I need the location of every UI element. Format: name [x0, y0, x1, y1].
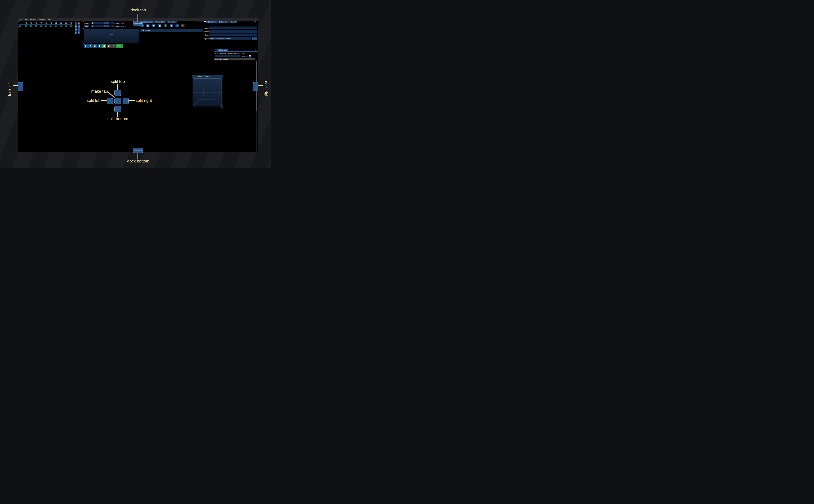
orders-column-F3: F3: [34, 22, 38, 24]
orders-column-F1: F1: [23, 22, 28, 24]
order-to-bottom-button[interactable]: [78, 28, 80, 31]
label-split-right: split right: [136, 98, 156, 103]
tab-samples[interactable]: Samples: [167, 21, 177, 23]
dock-target-bottom[interactable]: [133, 148, 143, 153]
effect-search-input[interactable]: [215, 55, 240, 57]
delete-instrument-button[interactable]: [181, 24, 184, 27]
close-effect-list-panel-button[interactable]: ×: [255, 49, 256, 51]
oscilloscope-xy-window[interactable]: Oscilloscope (X-Y) ×: [192, 75, 223, 108]
column-name: Name: [214, 58, 220, 60]
repeat-pattern-button[interactable]: [111, 44, 116, 48]
field-input-system[interactable]: Sega Genesis/Mega Drive: [209, 37, 251, 40]
play-button[interactable]: [84, 44, 88, 48]
collapse-icon[interactable]: [215, 50, 217, 51]
effect-list-menu-button[interactable]: [249, 55, 251, 57]
chevron-up-icon: [78, 25, 80, 27]
tab-effect-list[interactable]: Effect List: [217, 49, 228, 51]
split-target-left[interactable]: [107, 98, 113, 104]
follow-pattern-checkbox[interactable]: ✓: [111, 25, 114, 27]
play-pattern-button[interactable]: [88, 44, 92, 48]
add-order-button[interactable]: +: [75, 22, 77, 25]
field-label-name: Name: [204, 27, 209, 29]
search-label: Search: [241, 55, 247, 57]
order-edit-mode-button[interactable]: [78, 31, 80, 34]
field-label-system: System: [204, 38, 210, 40]
field-input-author[interactable]: [209, 30, 257, 33]
menu-item-help[interactable]: help: [48, 18, 51, 20]
orders-column-F5: F5: [43, 22, 48, 24]
make-tab-target[interactable]: [114, 98, 121, 104]
octave-increment-button[interactable]: +: [107, 22, 109, 24]
remove-order-button[interactable]: −: [78, 22, 80, 25]
field-input-album[interactable]: [209, 34, 257, 36]
deep-clone-order-button[interactable]: [75, 31, 77, 34]
close-oscilloscope-xy-button[interactable]: ×: [220, 75, 221, 77]
annotation-line-dock-top: [137, 14, 138, 22]
open-instrument-button[interactable]: [152, 24, 155, 27]
main-oscilloscope[interactable]: [84, 29, 139, 43]
collapse-icon[interactable]: [193, 76, 195, 77]
orders-panel: F1F2F3F4F5F6S1S2S3NO 00 0000000000000000…: [18, 21, 83, 49]
move-order-down-button[interactable]: [75, 28, 77, 31]
tab-wavetables[interactable]: Wavetables: [154, 21, 166, 23]
effect-table-header[interactable]: Name Description: [214, 58, 255, 60]
effect-list-tab-bar: Effect List: [217, 49, 228, 51]
instrument-dir-tree-button[interactable]: [164, 24, 167, 27]
step-input[interactable]: 1: [91, 25, 104, 27]
poly-mono-toggle-button[interactable]: Poly: [116, 44, 123, 48]
oscilloscope-zero-line: [84, 36, 139, 36]
move-instrument-up-button[interactable]: [170, 24, 173, 27]
follow-orders-checkbox[interactable]: ✓: [111, 22, 114, 24]
edit-record-toggle-button[interactable]: [102, 44, 106, 48]
step-one-row-button[interactable]: [97, 44, 102, 48]
tab-song-info[interactable]: Song Info: [206, 21, 217, 23]
label-dock-bottom: dock bottom: [123, 159, 153, 164]
move-order-up-button[interactable]: [78, 25, 80, 28]
duplicate-order-button[interactable]: [75, 25, 77, 28]
menu-item-settings[interactable]: settings: [30, 18, 36, 20]
column-description: Description: [220, 58, 229, 60]
orders-column-F2: F2: [28, 22, 33, 24]
step-decrement-button[interactable]: -: [104, 25, 107, 27]
arrow-down-icon: [176, 25, 178, 27]
annotation-line-dock-left: [13, 85, 18, 86]
pattern-expand-button[interactable]: ++: [18, 49, 20, 51]
label-make-tab: make tab: [91, 89, 108, 94]
tab-speed[interactable]: Speed: [229, 21, 237, 23]
metronome-button[interactable]: [107, 44, 111, 48]
menu-item-edit[interactable]: edit: [25, 18, 27, 20]
split-target-right[interactable]: [123, 98, 129, 104]
dock-target-right[interactable]: [253, 82, 258, 91]
annotation-line-split-top: [117, 84, 118, 90]
dock-target-left[interactable]: [18, 82, 23, 91]
tab-subsongs[interactable]: Subsongs: [217, 21, 228, 23]
repeat-icon: [112, 45, 115, 47]
play-from-cursor-button[interactable]: [93, 44, 97, 48]
instrument-list-item[interactable]: - None -: [140, 29, 203, 32]
step-increment-button[interactable]: +: [107, 25, 109, 27]
panel-corner-icon[interactable]: [83, 21, 84, 22]
split-target-bottom[interactable]: [114, 106, 121, 112]
resize-grip[interactable]: [220, 105, 223, 108]
effect-list-scrollbar[interactable]: [256, 61, 257, 152]
octave-input[interactable]: 3: [91, 22, 104, 24]
arrow-down-icon: [98, 45, 101, 47]
save-instrument-button[interactable]: [158, 24, 161, 27]
oscilloscope-xy-titlebar[interactable]: Oscilloscope (X-Y) ×: [192, 75, 223, 78]
duplicate-instrument-button[interactable]: [146, 24, 149, 27]
collapse-icon[interactable]: [204, 21, 206, 23]
annotation-line-split-left: [101, 100, 107, 101]
label-split-left: split left: [84, 98, 100, 103]
step-label[interactable]: Step: [84, 25, 89, 27]
close-song-info-panel-button[interactable]: ×: [255, 21, 256, 23]
close-instruments-panel-button[interactable]: ×: [199, 21, 200, 23]
play-circle-icon: [89, 45, 92, 48]
move-instrument-down-button[interactable]: [175, 24, 179, 27]
menu-item-window[interactable]: window: [39, 18, 45, 20]
field-input-name[interactable]: [209, 27, 257, 29]
menu-item-file[interactable]: file: [20, 18, 22, 20]
auto-system-button[interactable]: [252, 37, 257, 40]
octave-decrement-button[interactable]: -: [104, 22, 107, 24]
panel-corner-icon[interactable]: [18, 21, 19, 22]
orders-column-F6: F6: [49, 22, 53, 24]
